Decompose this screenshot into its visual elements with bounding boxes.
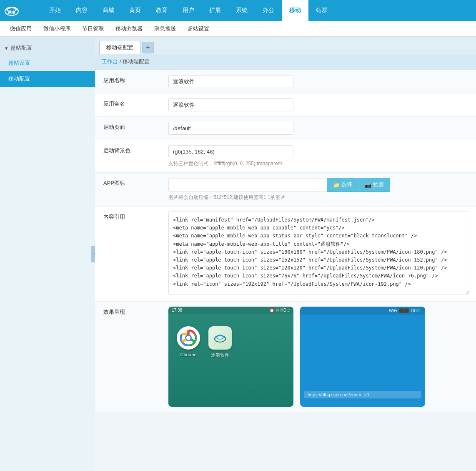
sidebar-item-mobile-config[interactable]: 移动配置 [0,71,95,87]
nav-item-system[interactable]: 系统 [228,0,255,21]
form-area: 应用名称 应用全名 启动页面 启动背景色 [95,70,476,412]
breadcrumb-separator: / [120,58,123,65]
phone-preview-2: WiFi ⬛⬛ 19:21 https://blog.csdn.net/zoom… [300,307,425,407]
sidebar: ▾ 超站配置 超站设置 移动配置 [0,37,95,87]
form-row-preview: 效果呈现 17:38 ⏰ ♾ HD □ [95,302,476,412]
zuolang-icon-container [208,326,232,350]
second-nav-mobile-browser[interactable]: 移动浏览器 [110,21,148,37]
chrome-svg-icon [180,330,197,346]
label-preview: 效果呈现 [95,302,162,322]
second-nav-wechat-mini[interactable]: 微信小程序 [38,21,76,37]
phone-icons-grid: Chrome [168,314,293,371]
form-row-start-page: 启动页面 [95,117,476,140]
select-button[interactable]: 📁 选择 [327,178,358,192]
second-nav-wechat-app[interactable]: 微信应用 [4,21,38,37]
tab-mobile-config[interactable]: 移动端配置 [99,41,140,54]
field-bg-color: 支持三种颜色制式：#ffffff|rgb(0, 0, 255)|transpar… [162,140,476,172]
textarea-content-ref[interactable]: <link rel="manifest" href="/UploadFiles/… [168,212,469,295]
preview-section: 17:38 ⏰ ♾ HD □ [168,307,469,407]
phone-time-2: 19:21 [411,308,421,313]
sidebar-section-label: 超站配置 [10,44,32,52]
zuolang-svg-icon [213,331,227,345]
chrome-app: Chrome [177,326,200,357]
form-row-app-icon: APP图标 📁 选择 📷 拍照 图片将会自动压缩：512*512,建议使 [95,173,476,207]
phone-signal-icon: ⬛⬛ [399,308,409,313]
phone-url-bar: https://blog.csdn.net/zoom_iz1 [304,391,421,398]
breadcrumb-workspace[interactable]: 工作台 [102,58,118,65]
camera-icon: 📷 [365,182,371,188]
nav-item-user[interactable]: 用户 [175,0,202,21]
field-start-page [162,117,476,140]
content-area: 移动端配置 + 工作台 / 移动端配置 应用名称 应用全名 [95,37,476,471]
field-content-ref: <link rel="manifest" href="/UploadFiles/… [162,207,476,301]
label-app-name: 应用名称 [95,70,162,91]
section-arrow-icon: ▾ [5,45,8,51]
sidebar-section-header: ▾ 超站配置 [0,41,95,55]
app-icon-row: 📁 选择 📷 拍照 [168,178,469,192]
phone-status-icons-1: ⏰ ♾ HD □ [269,308,290,312]
input-bg-color[interactable] [168,145,293,158]
svg-point-11 [186,336,190,340]
form-row-app-name: 应用名称 [95,70,476,93]
field-app-fullname [162,93,476,116]
input-app-name[interactable] [168,75,293,88]
field-app-name [162,70,476,93]
nav-item-content[interactable]: 内容 [68,0,95,21]
logo-icon: 逐浪 [4,3,19,18]
field-app-icon: 📁 选择 📷 拍照 图片将会自动压缩：512*512,建议使用宽高1:1的图片 [162,173,476,206]
svg-point-12 [215,335,225,342]
form-row-content-ref: 内容引用 <link rel="manifest" href="/UploadF… [95,207,476,302]
folder-icon: 📁 [333,182,340,188]
label-start-page: 启动页面 [95,117,162,138]
logo: 逐浪 [4,2,38,19]
phone-status-bar-2: WiFi ⬛⬛ 19:21 [300,307,425,315]
input-app-fullname[interactable] [168,98,293,111]
phone-preview-1: 17:38 ⏰ ♾ HD □ [168,307,293,407]
nav-item-edu[interactable]: 教育 [148,0,175,21]
phone-wifi-icon: WiFi [389,308,397,313]
top-navigation: 逐浪 开始 内容 商城 黄页 教育 用户 扩展 系统 办公 移动 站群 [0,0,476,21]
hint-bg-color: 支持三种颜色制式：#ffffff|rgb(0, 0, 255)|transpar… [168,160,469,167]
select-label: 选择 [341,181,352,189]
svg-text:逐浪: 逐浪 [8,10,15,15]
phone-time-1: 17:38 [172,308,182,312]
label-bg-color: 启动背景色 [95,140,162,161]
phone-blue-body [300,315,425,394]
nav-item-shop[interactable]: 商城 [95,0,122,21]
second-nav-holiday[interactable]: 节日管理 [76,21,110,37]
photo-button[interactable]: 📷 拍照 [358,178,390,192]
second-nav-super-settings[interactable]: 超站设置 [182,21,215,37]
second-nav-message[interactable]: 消息推送 [148,21,182,37]
label-content-ref: 内容引用 [95,207,162,227]
nav-item-yellow[interactable]: 黄页 [122,0,148,21]
sidebar-wrapper: ▾ 超站配置 超站设置 移动配置 › [0,37,95,471]
chrome-label: Chrome [180,352,196,357]
second-navigation: 微信应用 微信小程序 节日管理 移动浏览器 消息推送 超站设置 [0,21,476,37]
nav-item-extend[interactable]: 扩展 [202,0,228,21]
sidebar-item-super-settings[interactable]: 超站设置 [0,55,95,71]
form-row-bg-color: 启动背景色 支持三种颜色制式：#ffffff|rgb(0, 0, 255)|tr… [95,140,476,173]
chrome-icon-container [177,326,200,350]
input-start-page[interactable] [168,122,293,135]
tab-bar: 移动端配置 + [95,37,476,54]
breadcrumb: 工作台 / 移动端配置 [95,54,476,70]
phone-status-bar-1: 17:38 ⏰ ♾ HD □ [168,307,293,314]
label-app-fullname: 应用全名 [95,93,162,114]
nav-item-sitegroup[interactable]: 站群 [308,0,335,21]
field-preview: 17:38 ⏰ ♾ HD □ [162,302,476,412]
hint-app-icon: 图片将会自动压缩：512*512,建议使用宽高1:1的图片 [168,194,469,201]
breadcrumb-mobile-config: 移动端配置 [123,58,150,65]
zuolang-app: 逐浪软件 [208,326,232,358]
nav-item-office[interactable]: 办公 [255,0,282,21]
label-app-icon: APP图标 [95,173,162,194]
top-nav-items: 开始 内容 商城 黄页 教育 用户 扩展 系统 办公 移动 站群 [42,0,472,21]
zuolang-label: 逐浪软件 [211,352,229,358]
phone-url-text: https://blog.csdn.net/zoom_iz1 [308,392,370,397]
nav-item-start[interactable]: 开始 [42,0,68,21]
nav-item-mobile[interactable]: 移动 [282,0,308,21]
main-layout: ▾ 超站配置 超站设置 移动配置 › 移动端配置 + 工作台 / 移动端配置 应… [0,37,476,471]
tab-add-button[interactable]: + [142,42,154,53]
photo-label: 拍照 [373,181,384,189]
input-app-icon-path[interactable] [168,179,327,191]
form-row-app-fullname: 应用全名 [95,93,476,117]
